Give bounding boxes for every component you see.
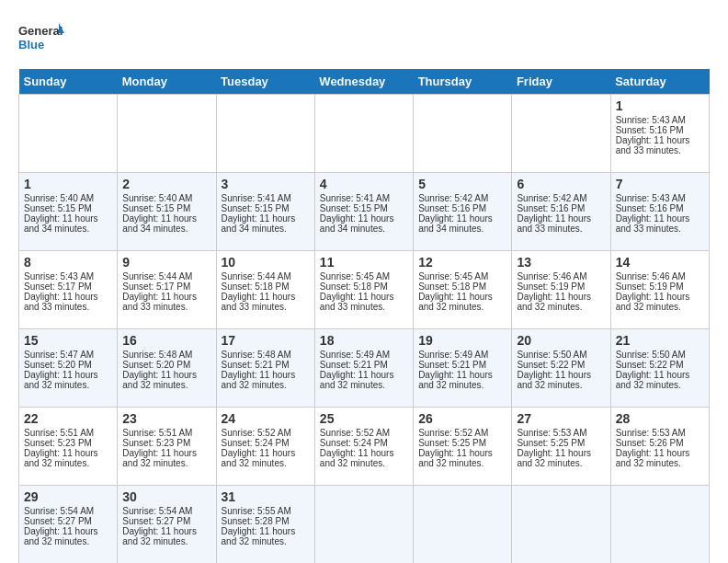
sunrise-text: Sunrise: 5:44 AM xyxy=(122,271,192,282)
calendar-cell: 15 Sunrise: 5:47 AM Sunset: 5:20 PM Dayl… xyxy=(19,329,118,408)
sunset-text: Sunset: 5:17 PM xyxy=(24,282,92,292)
sunset-text: Sunset: 5:16 PM xyxy=(616,125,684,135)
daylight-text: Daylight: 11 hours and 32 minutes. xyxy=(418,448,493,468)
sunset-text: Sunset: 5:20 PM xyxy=(122,360,190,370)
sunrise-text: Sunrise: 5:41 AM xyxy=(320,193,390,203)
calendar-cell: 3 Sunrise: 5:41 AM Sunset: 5:15 PM Dayli… xyxy=(216,173,314,251)
sunrise-text: Sunrise: 5:46 AM xyxy=(517,271,586,282)
week-row-3: 15 Sunrise: 5:47 AM Sunset: 5:20 PM Dayl… xyxy=(19,329,710,408)
day-number: 22 xyxy=(24,411,112,426)
day-number: 21 xyxy=(616,333,704,348)
day-number: 5 xyxy=(418,177,506,191)
calendar-cell: 23 Sunrise: 5:51 AM Sunset: 5:23 PM Dayl… xyxy=(118,408,216,486)
calendar-cell xyxy=(414,486,512,564)
sunset-text: Sunset: 5:27 PM xyxy=(24,516,92,526)
sunrise-text: Sunrise: 5:55 AM xyxy=(222,506,291,516)
sunset-text: Sunset: 5:19 PM xyxy=(517,282,585,292)
sunrise-text: Sunrise: 5:40 AM xyxy=(24,193,94,203)
sunrise-text: Sunrise: 5:49 AM xyxy=(320,350,390,360)
calendar-cell: 27 Sunrise: 5:53 AM Sunset: 5:25 PM Dayl… xyxy=(512,408,610,486)
daylight-text: Daylight: 11 hours and 32 minutes. xyxy=(418,370,493,390)
sunset-text: Sunset: 5:15 PM xyxy=(24,203,92,213)
day-number: 28 xyxy=(616,411,704,426)
daylight-text: Daylight: 11 hours and 32 minutes. xyxy=(517,448,591,468)
svg-text:General: General xyxy=(18,24,63,38)
day-number: 11 xyxy=(320,255,408,270)
header-day-wednesday: Wednesday xyxy=(314,69,413,95)
calendar-cell xyxy=(414,95,512,173)
daylight-text: Daylight: 11 hours and 32 minutes. xyxy=(517,370,591,390)
sunrise-text: Sunrise: 5:48 AM xyxy=(222,350,291,360)
sunrise-text: Sunrise: 5:42 AM xyxy=(418,193,488,203)
day-number: 27 xyxy=(517,411,605,426)
logo: General Blue xyxy=(18,18,64,60)
sunset-text: Sunset: 5:27 PM xyxy=(122,516,190,526)
week-row-0: 1 Sunrise: 5:43 AM Sunset: 5:16 PM Dayli… xyxy=(19,95,710,173)
day-number: 15 xyxy=(24,333,112,348)
sunrise-text: Sunrise: 5:43 AM xyxy=(616,115,686,125)
calendar-cell: 25 Sunrise: 5:52 AM Sunset: 5:24 PM Dayl… xyxy=(314,408,413,486)
calendar-cell: 20 Sunrise: 5:50 AM Sunset: 5:22 PM Dayl… xyxy=(512,329,610,408)
calendar-cell: 17 Sunrise: 5:48 AM Sunset: 5:21 PM Dayl… xyxy=(216,329,314,408)
sunrise-text: Sunrise: 5:52 AM xyxy=(418,428,488,438)
day-number: 16 xyxy=(122,333,210,348)
daylight-text: Daylight: 11 hours and 34 minutes. xyxy=(418,213,493,234)
daylight-text: Daylight: 11 hours and 32 minutes. xyxy=(222,370,296,390)
calendar-cell: 8 Sunrise: 5:43 AM Sunset: 5:17 PM Dayli… xyxy=(19,251,118,329)
daylight-text: Daylight: 11 hours and 32 minutes. xyxy=(320,370,394,390)
daylight-text: Daylight: 11 hours and 33 minutes. xyxy=(122,292,197,312)
calendar-cell: 29 Sunrise: 5:54 AM Sunset: 5:27 PM Dayl… xyxy=(19,486,118,564)
daylight-text: Daylight: 11 hours and 33 minutes. xyxy=(320,292,394,312)
sunrise-text: Sunrise: 5:53 AM xyxy=(616,428,686,438)
day-number: 26 xyxy=(418,411,506,426)
day-number: 23 xyxy=(122,411,210,426)
sunrise-text: Sunrise: 5:50 AM xyxy=(517,350,586,360)
calendar-cell xyxy=(610,486,709,564)
daylight-text: Daylight: 11 hours and 32 minutes. xyxy=(320,448,394,468)
header-day-monday: Monday xyxy=(118,69,216,95)
calendar-cell xyxy=(118,95,216,173)
calendar-cell xyxy=(314,486,413,564)
daylight-text: Daylight: 11 hours and 32 minutes. xyxy=(122,370,197,390)
daylight-text: Daylight: 11 hours and 32 minutes. xyxy=(517,292,591,312)
day-number: 20 xyxy=(517,333,605,348)
sunset-text: Sunset: 5:16 PM xyxy=(418,203,486,213)
sunset-text: Sunset: 5:22 PM xyxy=(517,360,585,370)
calendar-cell: 30 Sunrise: 5:54 AM Sunset: 5:27 PM Dayl… xyxy=(118,486,216,564)
day-number: 3 xyxy=(222,177,310,191)
sunrise-text: Sunrise: 5:51 AM xyxy=(122,428,192,438)
sunset-text: Sunset: 5:15 PM xyxy=(122,203,190,213)
sunset-text: Sunset: 5:15 PM xyxy=(320,203,388,213)
sunset-text: Sunset: 5:24 PM xyxy=(320,438,388,448)
sunset-text: Sunset: 5:23 PM xyxy=(24,438,92,448)
calendar-cell: 11 Sunrise: 5:45 AM Sunset: 5:18 PM Dayl… xyxy=(314,251,413,329)
calendar-cell: 6 Sunrise: 5:42 AM Sunset: 5:16 PM Dayli… xyxy=(512,173,610,251)
calendar-cell xyxy=(512,486,610,564)
sunset-text: Sunset: 5:18 PM xyxy=(222,282,290,292)
daylight-text: Daylight: 11 hours and 34 minutes. xyxy=(24,213,98,234)
sunrise-text: Sunrise: 5:49 AM xyxy=(418,350,488,360)
daylight-text: Daylight: 11 hours and 33 minutes. xyxy=(616,135,690,155)
day-number: 14 xyxy=(616,255,704,270)
sunrise-text: Sunrise: 5:52 AM xyxy=(222,428,291,438)
sunrise-text: Sunrise: 5:46 AM xyxy=(616,271,686,282)
sunrise-text: Sunrise: 5:40 AM xyxy=(122,193,192,203)
logo-svg: General Blue xyxy=(18,18,64,60)
day-number: 9 xyxy=(122,255,210,270)
sunrise-text: Sunrise: 5:43 AM xyxy=(24,271,94,282)
daylight-text: Daylight: 11 hours and 33 minutes. xyxy=(222,292,296,312)
daylight-text: Daylight: 11 hours and 32 minutes. xyxy=(616,292,690,312)
day-number: 24 xyxy=(222,411,310,426)
daylight-text: Daylight: 11 hours and 33 minutes. xyxy=(616,213,690,234)
daylight-text: Daylight: 11 hours and 32 minutes. xyxy=(24,370,98,390)
calendar-cell: 1 Sunrise: 5:40 AM Sunset: 5:15 PM Dayli… xyxy=(19,173,118,251)
header-row: SundayMondayTuesdayWednesdayThursdayFrid… xyxy=(19,69,710,95)
day-number: 30 xyxy=(122,489,210,504)
sunrise-text: Sunrise: 5:43 AM xyxy=(616,193,686,203)
sunrise-text: Sunrise: 5:53 AM xyxy=(517,428,586,438)
sunset-text: Sunset: 5:21 PM xyxy=(418,360,486,370)
day-number: 1 xyxy=(616,98,704,113)
day-number: 19 xyxy=(418,333,506,348)
sunrise-text: Sunrise: 5:54 AM xyxy=(24,506,94,516)
day-number: 17 xyxy=(222,333,310,348)
